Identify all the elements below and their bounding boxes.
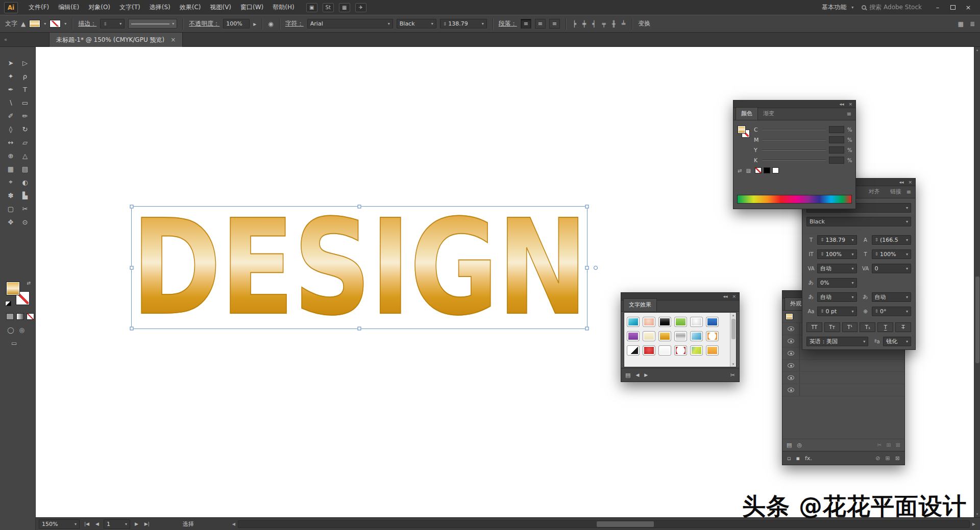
vertical-scrollbar[interactable]: ▴ ▾ — [974, 47, 980, 517]
visibility-eye-icon[interactable] — [788, 388, 794, 392]
channel-slider[interactable] — [762, 160, 826, 161]
type-tool[interactable]: T — [18, 83, 32, 95]
stepper-icon[interactable]: ⇕ — [875, 237, 879, 242]
next-library-icon[interactable]: ▶ — [644, 372, 648, 377]
style-pink-blob[interactable] — [643, 317, 655, 327]
lasso-tool[interactable]: ρ — [18, 70, 32, 82]
minimize-button[interactable]: – — [930, 0, 945, 15]
tracking-field[interactable]: 0▾ — [872, 264, 912, 273]
scroll-right-icon[interactable]: ▶ — [971, 522, 977, 526]
font-style-select[interactable]: Black ▾ — [806, 217, 911, 226]
new-stroke-icon[interactable]: ▫ — [787, 455, 791, 462]
character-rotation-field[interactable]: ⇕0°▾ — [872, 307, 912, 316]
style-blue[interactable] — [706, 317, 719, 327]
trash-icon[interactable]: ⊠ — [896, 442, 900, 448]
grid-icon[interactable]: ▦ — [958, 20, 964, 28]
delete-item-icon[interactable]: ⊠ — [895, 455, 900, 462]
menubar-item[interactable]: 视图(V) — [205, 0, 236, 15]
channel-value-field[interactable] — [829, 157, 844, 164]
menubar-item[interactable]: 选择(S) — [145, 0, 175, 15]
pencil-tool[interactable]: ✏ — [18, 110, 32, 122]
all-caps-button[interactable]: TT — [806, 322, 822, 332]
color-spectrum-bar[interactable] — [737, 195, 852, 204]
perspective-grid-tool[interactable]: △ — [18, 149, 32, 162]
eyedropper-tool[interactable]: ⌖ — [4, 176, 17, 188]
draw-inside-icon[interactable]: ◎ — [19, 326, 24, 334]
panel-options-icon[interactable]: ≣ — [970, 20, 975, 28]
tab-links[interactable]: 链接 — [885, 186, 906, 198]
pattern-icon[interactable]: ▨ — [746, 168, 750, 173]
eraser-tool[interactable]: ◊ — [4, 123, 17, 135]
zoom-select[interactable]: 150% ▾ — [39, 519, 80, 529]
new-effect-button[interactable]: fx. — [805, 455, 812, 462]
small-caps-button[interactable]: Tт — [824, 322, 840, 332]
scroll-up-icon[interactable]: ▴ — [976, 48, 978, 52]
stepper-icon[interactable]: ⇕ — [443, 21, 447, 27]
duplicate-item-icon[interactable]: ⊞ — [886, 455, 890, 462]
collapse-panel-icon[interactable]: ◂◂ — [899, 180, 903, 185]
fill-color-control[interactable]: ▾ — [29, 20, 46, 28]
close-tab-icon[interactable]: × — [170, 36, 176, 43]
collapse-panel-icon[interactable]: ◂◂ — [839, 102, 844, 107]
width-profile-select[interactable]: ▾ — [128, 19, 177, 29]
zoom-tool[interactable]: ⊙ — [18, 216, 32, 228]
stock-search[interactable]: 搜索 Adobe Stock — [862, 3, 922, 12]
break-link-icon[interactable]: ✂ — [730, 372, 735, 378]
style-blue-cone[interactable] — [690, 331, 703, 341]
appearance-row[interactable] — [782, 360, 904, 372]
stepper-icon[interactable]: ⇕ — [875, 309, 879, 314]
fill-mini-swatch[interactable] — [738, 125, 746, 134]
align-center-icon[interactable]: ╪ — [581, 20, 587, 28]
opacity-options-arrow[interactable]: ▸ — [253, 20, 256, 28]
gradient-tool[interactable]: ▤ — [18, 163, 32, 175]
style-purple[interactable] — [627, 331, 640, 341]
scroll-up-icon[interactable]: ▴ — [732, 313, 734, 317]
stroke-color-control[interactable]: ▾ — [50, 20, 66, 28]
blend-tool[interactable]: ◐ — [18, 176, 32, 188]
next-artboard-button[interactable]: ▶ — [133, 521, 140, 526]
leading-field[interactable]: ⇕(166.5▾ — [872, 235, 912, 245]
style-white[interactable] — [658, 345, 671, 356]
color-mode-button[interactable] — [6, 313, 14, 320]
magic-wand-tool[interactable]: ✦ — [4, 70, 17, 82]
fill-stroke-indicator[interactable] — [737, 124, 754, 151]
direct-selection-tool[interactable]: ▷ — [18, 57, 32, 69]
selection-tool[interactable]: ➤ — [4, 57, 17, 69]
tab-gradient[interactable]: 渐变 — [758, 108, 779, 120]
line-tool[interactable]: ∖ — [4, 96, 17, 109]
subscript-button[interactable]: T₁ — [860, 322, 875, 332]
font-size-field[interactable]: ⇕ 138.79 ▾ — [440, 19, 487, 29]
swap-colors-icon[interactable]: ⇄ — [738, 168, 742, 173]
vertical-scroll-thumb[interactable] — [975, 276, 979, 363]
paragraph-label[interactable]: 段落： — [499, 19, 517, 28]
screen-mode-button[interactable]: ▭ — [11, 340, 17, 347]
mesh-tool[interactable]: ▦ — [4, 163, 17, 175]
swatch-scroll-thumb[interactable] — [731, 319, 736, 339]
baseline-shift-field[interactable]: ⇕0 pt▾ — [817, 307, 857, 316]
tsume-field[interactable]: 0%▾ — [817, 278, 857, 288]
underline-button[interactable]: T̲ — [877, 322, 893, 332]
style-white-blob[interactable] — [690, 317, 703, 327]
visibility-eye-icon[interactable] — [788, 363, 794, 368]
bridge-icon[interactable]: ▣ — [306, 3, 317, 12]
swap-fill-stroke-icon[interactable]: ⇄ — [27, 281, 31, 286]
appearance-target-icon[interactable]: ◎ — [797, 442, 802, 448]
artboard-tool[interactable]: ▢ — [4, 203, 17, 215]
document-tab[interactable]: 未标题-1* @ 150% (CMYK/GPU 预览) × — [49, 33, 183, 47]
fill-color-box[interactable] — [6, 282, 20, 295]
visibility-eye-icon[interactable] — [788, 351, 794, 356]
tools-collapse-icon[interactable]: « — [4, 37, 7, 42]
maximize-button[interactable] — [945, 0, 961, 15]
headline-text[interactable]: DESIGN — [132, 202, 587, 334]
stroke-weight-field[interactable]: ⇕ ▾ — [100, 19, 125, 29]
align-right-button[interactable]: ≡ — [549, 19, 560, 29]
opacity-label[interactable]: 不透明度： — [189, 19, 219, 28]
align-middle-icon[interactable]: ╫ — [611, 20, 617, 28]
align-left-button[interactable]: ≡ — [521, 19, 531, 29]
shape-builder-tool[interactable]: ⊕ — [4, 149, 17, 162]
font-family-select[interactable]: Arial ▾ — [307, 19, 393, 29]
language-select[interactable]: 英语：美国▾ — [806, 337, 868, 346]
style-red-blob[interactable] — [643, 345, 655, 356]
visibility-eye-icon[interactable] — [788, 375, 794, 380]
workspace-switcher[interactable]: 基本功能 ▾ — [822, 3, 853, 12]
